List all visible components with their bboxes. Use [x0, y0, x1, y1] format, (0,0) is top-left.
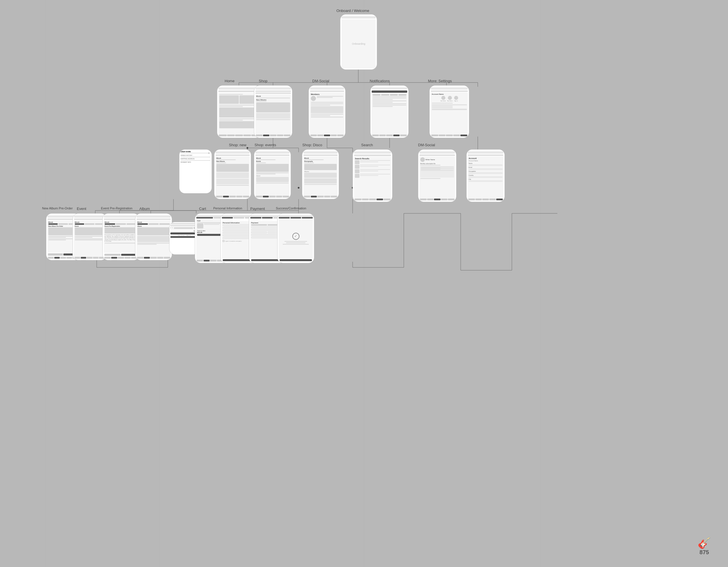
- phone-dm-social: Members: [309, 85, 346, 138]
- node-label-personal: Personal Information: [213, 206, 242, 210]
- logo-icon: 🎸: [698, 537, 711, 549]
- phone-search: Search Results: [353, 149, 392, 202]
- svg-point-50: [298, 187, 299, 189]
- phone-shop-new-dropdown: USER NAME ✕ ORDER HISTORY SHIPPING ADDRE…: [179, 149, 212, 193]
- phone-event: Block Event: [73, 213, 107, 260]
- phone-shop-new: Block New Albums: [214, 149, 251, 199]
- onboard-text: Onboarding: [352, 42, 365, 45]
- node-label-cart: Cart: [199, 206, 206, 211]
- node-label-more: More: Settings: [428, 79, 452, 83]
- node-label-event-prereg: Event Pre-Registration: [101, 206, 133, 210]
- phone-account-settings: Account Account Name Name Email Occupati…: [466, 149, 505, 202]
- logo-text: 875: [698, 549, 711, 556]
- node-label-preorder: New Album Pre-Order: [42, 206, 73, 210]
- node-label-shop-events: Shop: events: [255, 143, 276, 147]
- node-label-notif: Notifications: [370, 79, 390, 83]
- phone-event-prereg: Block Event Pre-Registration Prerequisit…: [102, 213, 139, 260]
- node-label-search: Search: [361, 143, 373, 147]
- node-label-success: Success/Confirmation: [276, 206, 306, 210]
- phone-album: Block Album: [135, 213, 172, 260]
- node-label-shop-new: Shop: new: [229, 143, 246, 147]
- node-label-onboard: Onboard / Welcome: [336, 9, 369, 13]
- node-label-album: Album: [139, 206, 150, 211]
- phone-shop: Block New Albums: [254, 85, 292, 138]
- phone-onboard: Onboarding: [340, 14, 377, 70]
- node-label-shop-disco: Shop: Disco: [302, 143, 322, 147]
- phone-shop-events: Block Events Advert: [254, 149, 291, 199]
- phone-settings: Account Name My Tickets My Orders Sign I…: [429, 85, 469, 138]
- node-label-home: Home: [225, 79, 235, 83]
- node-label-event: Event: [77, 206, 86, 211]
- node-label-dm: DM-Social: [312, 79, 329, 83]
- node-label-payment: Payment: [250, 206, 265, 211]
- phone-dm-account: Writer Name Monthly subscription file: [418, 149, 456, 202]
- phone-success: ✓: [277, 213, 314, 263]
- logo: 🎸 875: [698, 537, 711, 556]
- node-label-dm2: DM-Social: [418, 143, 435, 147]
- node-label-shop: Shop: [259, 79, 267, 83]
- phone-shop-disco: Block Discography Albums: [302, 149, 339, 199]
- svg-point-53: [247, 147, 248, 149]
- phone-notifications: [370, 85, 409, 138]
